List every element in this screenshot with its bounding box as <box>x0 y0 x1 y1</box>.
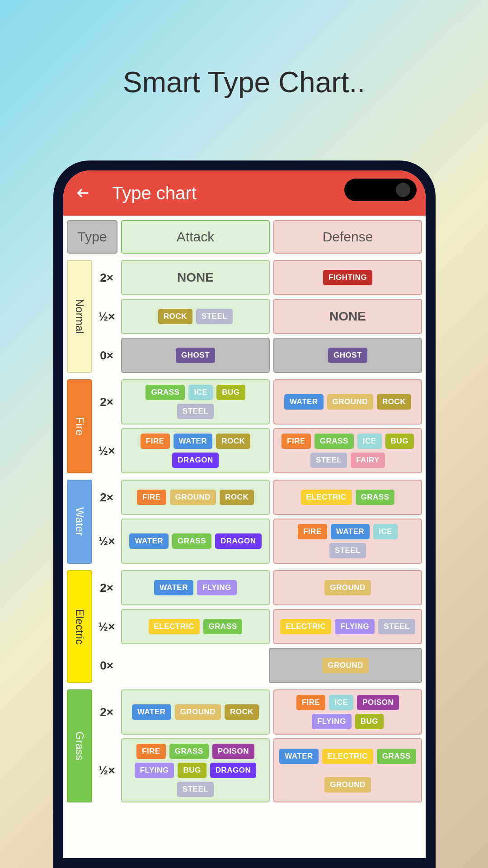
type-chip-fire[interactable]: FIRE <box>282 434 311 449</box>
none-label: NONE <box>177 270 214 285</box>
type-chip-ground[interactable]: GROUND <box>324 777 371 793</box>
type-chip-steel[interactable]: STEEL <box>177 404 214 419</box>
type-chip-water[interactable]: WATER <box>154 580 193 595</box>
type-chip-ghost[interactable]: GHOST <box>176 348 215 363</box>
type-chip-ground[interactable]: GROUND <box>175 704 221 720</box>
type-chip-fairy[interactable]: FAIRY <box>351 453 385 468</box>
type-chip-electric[interactable]: ELECTRIC <box>149 619 200 634</box>
app-title: Type chart <box>112 183 197 203</box>
type-chip-rock[interactable]: ROCK <box>225 704 259 720</box>
type-chip-water[interactable]: WATER <box>279 749 319 764</box>
type-chip-rock[interactable]: ROCK <box>377 394 411 410</box>
mult-label: ½× <box>96 428 117 473</box>
attack-cell: WATERGRASSDRAGON <box>121 519 270 564</box>
type-chip-ghost[interactable]: GHOST <box>328 348 367 363</box>
mult-row-x2: 2×NONEFIGHTING <box>96 260 422 295</box>
back-arrow-icon <box>75 185 91 201</box>
type-chip-grass[interactable]: GRASS <box>377 749 416 764</box>
mult-label: 2× <box>96 379 117 425</box>
type-chip-water[interactable]: WATER <box>132 704 171 720</box>
defense-cell: GROUND <box>273 570 422 605</box>
mult-row-x2: 2×FIREGROUNDROCKELECTRICGRASS <box>96 480 422 515</box>
type-chip-grass[interactable]: GRASS <box>145 385 185 400</box>
attack-cell: FIREGRASSPOISONFLYINGBUGDRAGONSTEEL <box>121 738 270 802</box>
type-chip-fire[interactable]: FIRE <box>298 524 327 539</box>
header-attack[interactable]: Attack <box>121 220 270 254</box>
mult-row-x0: 0×GROUND <box>96 648 422 683</box>
type-chip-fire[interactable]: FIRE <box>141 434 170 449</box>
type-rows: 2×NONEFIGHTING½×ROCKSTEELNONE0×GHOSTGHOS… <box>96 260 422 373</box>
defense-cell: FIREGRASSICEBUGSTEELFAIRY <box>273 428 422 473</box>
type-chip-ice[interactable]: ICE <box>357 434 382 449</box>
type-chip-electric[interactable]: ELECTRIC <box>280 619 331 634</box>
phone-notch <box>344 179 417 201</box>
type-rows: 2×WATERGROUNDROCKFIREICEPOISONFLYINGBUG½… <box>96 689 422 802</box>
type-chip-dragon[interactable]: DRAGON <box>210 763 257 778</box>
type-chip-flying[interactable]: FLYING <box>197 580 237 595</box>
type-chip-ground[interactable]: GROUND <box>322 658 369 673</box>
type-chip-fighting[interactable]: FIGHTING <box>323 270 372 285</box>
type-chip-water[interactable]: WATER <box>174 434 213 449</box>
type-label-normal[interactable]: Normal <box>67 260 92 373</box>
type-chip-grass[interactable]: GRASS <box>172 533 211 549</box>
type-chip-dragon[interactable]: DRAGON <box>215 533 262 549</box>
type-chip-water[interactable]: WATER <box>284 394 324 410</box>
type-chip-ice[interactable]: ICE <box>188 385 213 400</box>
type-chip-water[interactable]: WATER <box>129 533 169 549</box>
type-chip-bug[interactable]: BUG <box>355 714 384 729</box>
type-label-fire[interactable]: Fire <box>67 379 92 473</box>
attack-cell: GHOST <box>121 338 270 373</box>
mult-label: ½× <box>96 738 117 802</box>
type-chip-grass[interactable]: GRASS <box>169 744 209 759</box>
type-chip-electric[interactable]: ELECTRIC <box>322 749 373 764</box>
empty-cell <box>121 648 265 683</box>
mult-label: 0× <box>96 648 117 683</box>
type-chip-bug[interactable]: BUG <box>216 385 245 400</box>
type-label-water[interactable]: Water <box>67 480 92 564</box>
mult-label: 2× <box>96 570 117 605</box>
type-chip-steel[interactable]: STEEL <box>196 309 233 324</box>
type-chip-ground[interactable]: GROUND <box>170 490 216 505</box>
none-label: NONE <box>329 309 366 324</box>
mult-row-x05: ½×FIREGRASSPOISONFLYINGBUGDRAGONSTEELWAT… <box>96 738 422 802</box>
type-chip-grass[interactable]: GRASS <box>314 434 354 449</box>
type-chip-grass[interactable]: GRASS <box>203 619 243 634</box>
promo-title: Smart Type Chart.. <box>0 66 488 99</box>
type-section-normal: Normal2×NONEFIGHTING½×ROCKSTEELNONE0×GHO… <box>67 260 422 373</box>
mult-label: ½× <box>96 519 117 564</box>
type-chip-ice[interactable]: ICE <box>373 524 398 539</box>
type-chip-ground[interactable]: GROUND <box>327 394 374 410</box>
type-chip-electric[interactable]: ELECTRIC <box>301 490 352 505</box>
type-chip-ground[interactable]: GROUND <box>324 580 371 595</box>
type-section-electric: Electric2×WATERFLYINGGROUND½×ELECTRICGRA… <box>67 570 422 683</box>
type-chip-bug[interactable]: BUG <box>178 763 206 778</box>
type-chart-content[interactable]: Type Attack Defense Normal2×NONEFIGHTING… <box>63 216 426 858</box>
header-type[interactable]: Type <box>67 220 117 254</box>
header-defense[interactable]: Defense <box>273 220 422 254</box>
type-chip-dragon[interactable]: DRAGON <box>172 453 219 468</box>
type-chip-fire[interactable]: FIRE <box>137 490 166 505</box>
type-chip-rock[interactable]: ROCK <box>220 490 254 505</box>
type-chip-flying[interactable]: FLYING <box>312 714 352 729</box>
type-chip-ice[interactable]: ICE <box>329 695 353 710</box>
type-label-electric[interactable]: Electric <box>67 570 92 683</box>
phone-frame: Type chart Type Attack Defense Normal2×N… <box>53 160 436 868</box>
type-chip-fire[interactable]: FIRE <box>136 744 166 759</box>
type-chip-steel[interactable]: STEEL <box>310 453 347 468</box>
type-chip-flying[interactable]: FLYING <box>135 763 174 778</box>
type-chip-water[interactable]: WATER <box>331 524 370 539</box>
type-chip-bug[interactable]: BUG <box>385 434 414 449</box>
type-chip-rock[interactable]: ROCK <box>158 309 192 324</box>
type-chip-steel[interactable]: STEEL <box>177 782 214 797</box>
type-chip-rock[interactable]: ROCK <box>216 434 250 449</box>
type-chip-poison[interactable]: POISON <box>357 695 399 710</box>
type-chip-fire[interactable]: FIRE <box>296 695 326 710</box>
type-label-grass[interactable]: Grass <box>67 689 92 802</box>
type-chip-steel[interactable]: STEEL <box>329 543 366 558</box>
type-chip-grass[interactable]: GRASS <box>356 490 395 505</box>
type-chip-flying[interactable]: FLYING <box>335 619 375 634</box>
type-chip-poison[interactable]: POISON <box>212 744 254 759</box>
back-button[interactable] <box>72 182 94 204</box>
type-chip-steel[interactable]: STEEL <box>378 619 415 634</box>
defense-cell: WATERGROUNDROCK <box>273 379 422 425</box>
